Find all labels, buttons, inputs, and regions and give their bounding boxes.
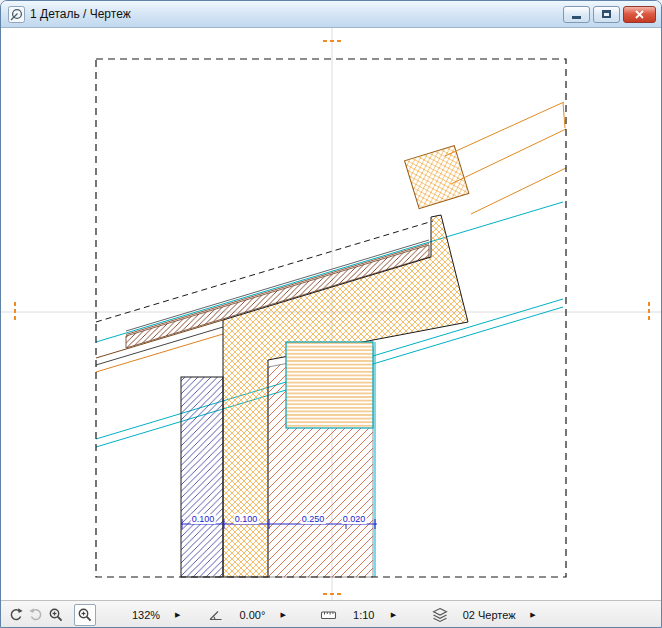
ruler-icon — [320, 607, 337, 623]
layers-icon — [432, 607, 448, 623]
detail-window: 1 Деталь / Чертеж — [0, 0, 662, 628]
beam-section — [286, 342, 373, 428]
dimension-label[interactable]: 0.020 — [342, 514, 367, 524]
zoom-next-icon — [28, 607, 44, 623]
zoom-next-button[interactable] — [26, 605, 46, 625]
layer-value[interactable]: 02 Чертеж — [453, 609, 525, 621]
orientation-flyout-arrow[interactable]: ▶ — [280, 611, 285, 618]
purlin-crosshatch — [405, 146, 469, 209]
close-icon — [635, 10, 644, 19]
zoom-previous-button[interactable] — [6, 605, 26, 625]
maximize-button[interactable] — [593, 6, 620, 23]
orientation-control[interactable]: 0.00° ▶ — [208, 607, 285, 623]
zoom-level-value[interactable]: 132% — [122, 609, 170, 621]
drawing-viewport[interactable] — [1, 28, 661, 600]
close-button[interactable] — [623, 6, 656, 23]
column-hatch — [181, 377, 223, 577]
orientation-value[interactable]: 0.00° — [229, 609, 275, 621]
zoom-window-icon — [77, 607, 93, 623]
dimension-label[interactable]: 0.250 — [301, 514, 326, 524]
dimension-label[interactable]: 0.100 — [234, 514, 259, 524]
zoom-flyout-arrow[interactable]: ▶ — [175, 611, 180, 618]
zoom-previous-icon — [8, 607, 24, 623]
titlebar[interactable]: 1 Деталь / Чертеж — [1, 1, 661, 28]
maximize-icon — [602, 10, 611, 18]
scale-value[interactable]: 1:10 — [342, 609, 386, 621]
scale-control[interactable]: 1:10 ▶ — [320, 607, 396, 623]
scale-flyout-arrow[interactable]: ▶ — [391, 611, 396, 618]
drawing-area: 0.100 0.100 0.250 0.020 — [1, 28, 661, 600]
statusbar: 132% ▶ 0.00° ▶ 1:10 ▶ 02 Ч — [1, 600, 661, 628]
window-title: 1 Деталь / Чертеж — [30, 7, 131, 21]
angle-icon — [208, 607, 224, 623]
dimension-label[interactable]: 0.100 — [191, 514, 216, 524]
layer-flyout-arrow[interactable]: ▶ — [530, 611, 535, 618]
zoom-in-icon — [48, 607, 64, 623]
zoom-level-control[interactable]: 132% ▶ — [122, 609, 180, 621]
zoom-window-button[interactable] — [74, 604, 96, 626]
rafter-lines — [445, 102, 566, 214]
minimize-icon — [572, 16, 581, 19]
zoom-in-button[interactable] — [46, 605, 66, 625]
detail-drawing-icon — [8, 6, 25, 23]
minimize-button[interactable] — [563, 6, 590, 23]
layer-control[interactable]: 02 Чертеж ▶ — [432, 607, 535, 623]
